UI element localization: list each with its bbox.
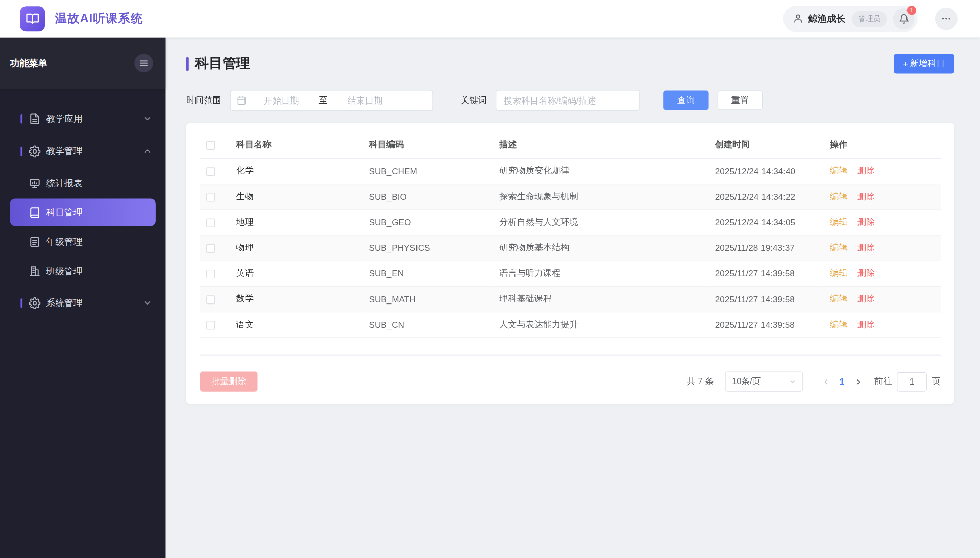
row-checkbox[interactable]	[206, 270, 215, 278]
edit-link[interactable]: 编辑	[830, 268, 847, 278]
sidebar-item-label: 统计报表	[46, 177, 147, 189]
start-date-input[interactable]	[246, 95, 316, 106]
sidebar-item-teaching-mgmt[interactable]: 教学管理	[0, 135, 165, 167]
date-range-picker[interactable]: 至	[230, 90, 433, 110]
subject-desc: 研究物质变化规律	[493, 158, 708, 184]
created-time: 2025/11/27 14:39:58	[709, 312, 824, 337]
edit-link[interactable]: 编辑	[830, 319, 847, 329]
subject-code: SUB_BIO	[362, 184, 493, 209]
edit-link[interactable]: 编辑	[830, 216, 847, 226]
subject-name: 语文	[230, 312, 363, 337]
page-number[interactable]: 1	[835, 376, 849, 387]
search-button[interactable]: 查询	[663, 91, 708, 110]
chevron-left-icon	[822, 377, 830, 386]
user-icon	[793, 14, 803, 24]
more-options-button[interactable]	[935, 8, 958, 30]
keyword-label: 关键词	[460, 95, 486, 106]
subject-name: 物理	[230, 235, 363, 260]
user-menu[interactable]: 鲸渔成长 管理员 1	[783, 6, 917, 32]
app-header: 温故AI听课系统 鲸渔成长 管理员 1	[0, 0, 980, 37]
sidebar-item-label: 教学应用	[46, 113, 143, 124]
row-checkbox[interactable]	[206, 218, 215, 227]
book-icon	[29, 207, 40, 218]
edit-link[interactable]: 编辑	[830, 191, 847, 201]
column-header-created: 创建时间	[709, 132, 824, 158]
sidebar-item-class-mgmt[interactable]: 班级管理	[10, 257, 156, 285]
page-size-value: 10条/页	[732, 376, 761, 387]
subject-code: SUB_PHYSICS	[362, 235, 493, 260]
table-row: 地理 SUB_GEO 分析自然与人文环境 2025/12/24 14:34:05…	[200, 209, 941, 235]
sidebar-collapse-button[interactable]	[134, 54, 153, 72]
chevron-down-icon	[143, 298, 152, 307]
column-header-actions: 操作	[824, 132, 941, 158]
add-subject-button[interactable]: + 新增科目	[894, 54, 954, 73]
table-row: 数学 SUB_MATH 理科基础课程 2025/11/27 14:39:58 编…	[200, 286, 941, 312]
reset-button[interactable]: 重置	[718, 91, 763, 110]
created-time: 2025/11/28 19:43:37	[709, 235, 824, 260]
delete-link[interactable]: 删除	[857, 268, 875, 278]
sidebar-menu: 教学应用 教学管理	[0, 89, 165, 319]
goto-label: 前往	[874, 376, 892, 387]
sidebar-item-label: 班级管理	[46, 265, 147, 277]
end-date-input[interactable]	[330, 95, 400, 106]
page-size-select[interactable]: 10条/页	[725, 372, 803, 392]
delete-link[interactable]: 删除	[857, 242, 875, 252]
delete-link[interactable]: 删除	[857, 319, 875, 329]
add-subject-label: 新增科目	[910, 58, 945, 69]
delete-link[interactable]: 删除	[857, 191, 875, 201]
table-row: 化学 SUB_CHEM 研究物质变化规律 2025/12/24 14:34:40…	[200, 158, 941, 184]
subject-name: 英语	[230, 261, 363, 286]
row-checkbox[interactable]	[206, 244, 215, 252]
sidebar-item-subject-mgmt[interactable]: 科目管理	[10, 198, 156, 226]
subject-desc: 研究物质基本结构	[493, 235, 708, 260]
sidebar-item-label: 年级管理	[46, 236, 147, 247]
delete-link[interactable]: 删除	[857, 165, 875, 175]
delete-link[interactable]: 删除	[857, 293, 875, 303]
row-checkbox[interactable]	[206, 295, 215, 304]
plus-icon: +	[903, 59, 908, 69]
sidebar-item-teaching-app[interactable]: 教学应用	[0, 103, 165, 135]
notification-button[interactable]: 1	[893, 8, 915, 30]
row-checkbox[interactable]	[206, 167, 215, 176]
edit-link[interactable]: 编辑	[830, 165, 847, 175]
subject-code: SUB_GEO	[362, 209, 493, 235]
user-name: 鲸渔成长	[808, 13, 845, 24]
edit-link[interactable]: 编辑	[830, 293, 847, 303]
keyword-input[interactable]	[496, 90, 640, 110]
subject-code: SUB_CN	[362, 312, 493, 337]
accent-bar	[20, 146, 22, 156]
table-bottom-divider	[200, 338, 941, 356]
next-page-button[interactable]	[849, 373, 867, 390]
app-logo-icon	[20, 6, 45, 31]
sidebar-item-grade-mgmt[interactable]: 年级管理	[10, 228, 156, 256]
delete-link[interactable]: 删除	[857, 216, 875, 226]
sidebar-item-label: 科目管理	[46, 207, 147, 218]
accent-bar	[20, 114, 22, 123]
row-checkbox[interactable]	[206, 321, 215, 329]
chevron-right-icon	[854, 377, 862, 386]
building-icon	[29, 265, 40, 277]
chart-icon	[29, 177, 40, 189]
chevron-down-icon	[789, 378, 797, 386]
subject-code: SUB_EN	[362, 261, 493, 286]
created-time: 2025/11/27 14:39:58	[709, 286, 824, 312]
prev-page-button[interactable]	[817, 373, 835, 390]
edit-link[interactable]: 编辑	[830, 242, 847, 252]
goto-page-input[interactable]	[897, 372, 927, 391]
row-checkbox[interactable]	[206, 193, 215, 201]
filter-bar: 时间范围 至 关键词 查询 重置	[186, 90, 954, 110]
accent-bar	[20, 298, 22, 308]
batch-delete-button[interactable]: 批量删除	[200, 372, 258, 392]
subject-desc: 探索生命现象与机制	[493, 184, 708, 209]
select-all-checkbox[interactable]	[206, 141, 215, 150]
chevron-down-icon	[143, 114, 152, 123]
sidebar-item-label: 系统管理	[46, 297, 143, 309]
date-range-label: 时间范围	[186, 95, 222, 106]
calendar-icon	[237, 95, 246, 105]
table-header-row: 科目名称 科目编码 描述 创建时间 操作	[200, 132, 941, 158]
table-row: 英语 SUB_EN 语言与听力课程 2025/11/27 14:39:58 编辑…	[200, 261, 941, 286]
sidebar-item-stats-report[interactable]: 统计报表	[10, 169, 156, 197]
brand: 温故AI听课系统	[20, 6, 143, 31]
sidebar-item-system-mgmt[interactable]: 系统管理	[0, 287, 165, 319]
pagination: 共 7 条 10条/页 1 前往 页	[687, 372, 941, 392]
